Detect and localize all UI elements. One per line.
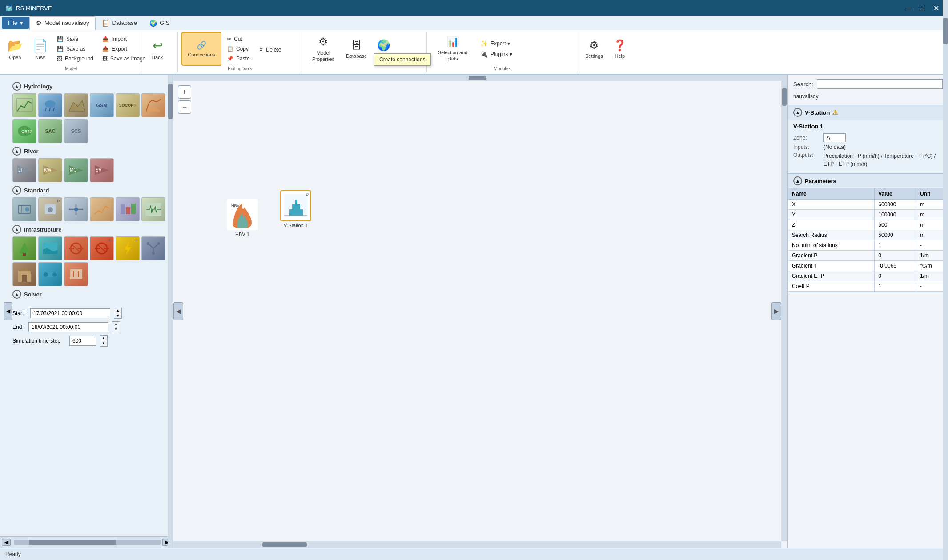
river-icon-kw[interactable]: KW — [38, 158, 62, 182]
import-button[interactable]: 📥 Import — [99, 35, 149, 44]
river-icon-lt[interactable]: LT — [12, 158, 36, 182]
file-menu-tab[interactable]: File ▾ — [2, 17, 29, 29]
canvas-area[interactable]: + − ◀ ▶ HBV HBV 1 D — [173, 75, 788, 548]
panel-hscroll[interactable] — [14, 540, 161, 545]
vstation-section-header[interactable]: ▲ V-Station ⚠ — [788, 105, 948, 120]
infra-icon-fork[interactable] — [141, 236, 165, 260]
left-panel-scrollbar[interactable] — [168, 75, 173, 548]
connections-button[interactable]: 🔗 Connections — [181, 32, 221, 66]
std-icon-2[interactable]: D — [38, 197, 62, 221]
vstation1-box[interactable]: D — [280, 190, 311, 221]
infra-icon-conveyor[interactable] — [38, 262, 62, 286]
new-button[interactable]: 📄 New — [28, 32, 52, 66]
help-button[interactable]: ❓ Help — [608, 32, 631, 66]
vstation1-element[interactable]: D V-Station 1 — [280, 190, 311, 228]
save-button[interactable]: 💾 Save — [53, 35, 97, 44]
database-tab[interactable]: 📋 Database — [96, 17, 143, 29]
parameters-toggle[interactable]: ▲ — [793, 176, 802, 185]
hydro-icon-scs[interactable]: SCS — [64, 119, 88, 143]
timestep-down-arrow[interactable]: ▼ — [100, 341, 107, 346]
timestep-spinner[interactable]: ▲ ▼ — [100, 335, 108, 346]
zoom-out-button[interactable]: − — [178, 100, 191, 114]
save-as-image-button[interactable]: 🖼 Save as image — [99, 54, 149, 63]
canvas-top-scroll[interactable] — [173, 75, 781, 81]
standard-section-header[interactable]: ▲ Standard — [12, 186, 169, 195]
std-icon-junction[interactable] — [64, 197, 88, 221]
hydro-icon-green[interactable]: GR4J — [12, 119, 36, 143]
close-button[interactable]: ✕ — [930, 2, 943, 14]
zone-input[interactable] — [823, 133, 846, 142]
infrastructure-toggle[interactable]: ▲ — [12, 225, 21, 234]
std-icon-chart[interactable] — [90, 197, 114, 221]
infra-icon-building[interactable] — [12, 262, 36, 286]
expert-button[interactable]: ✨ Expert ▾ — [477, 39, 516, 48]
infra-icon-trees[interactable] — [12, 236, 36, 260]
canvas-vscroll[interactable] — [781, 75, 787, 541]
settings-button[interactable]: ⚙ Settings — [582, 32, 607, 66]
infra-icon-valve2[interactable]: D — [90, 236, 114, 260]
export-button[interactable]: 📤 Export — [99, 44, 149, 53]
standard-toggle[interactable]: ▲ — [12, 186, 21, 195]
delete-button[interactable]: ✕ Delete — [255, 45, 285, 54]
hydro-icon-socont[interactable]: SOCONT — [116, 93, 140, 117]
start-up-arrow[interactable]: ▲ — [114, 308, 121, 313]
hydro-icon-gsm[interactable]: GSM — [90, 93, 114, 117]
std-icon-waveform[interactable] — [141, 197, 165, 221]
hydro-icon-hbv[interactable] — [141, 93, 165, 117]
hydrology-toggle[interactable]: ▲ — [12, 82, 21, 91]
right-panel-scrollbar[interactable] — [943, 75, 948, 548]
database-ribbon-button[interactable]: 🗄 Database — [342, 32, 370, 66]
solver-section-header[interactable]: ▲ Solver — [12, 290, 169, 299]
minimize-button[interactable]: ─ — [903, 2, 915, 14]
model-properties-button[interactable]: ⚙ Model Properties — [306, 32, 341, 66]
river-section-header[interactable]: ▲ River — [12, 147, 169, 156]
river-icon-mc[interactable]: MC — [64, 158, 88, 182]
hbv1-element[interactable]: HBV HBV 1 — [227, 199, 258, 237]
canvas-nav-left[interactable]: ◀ — [173, 302, 183, 320]
canvas-nav-right[interactable]: ▶ — [771, 302, 781, 320]
maximize-button[interactable]: □ — [916, 2, 928, 14]
gis-tab[interactable]: 🌍 GIS — [143, 17, 176, 29]
end-spinner[interactable]: ▲ ▼ — [112, 321, 120, 332]
end-input[interactable] — [28, 322, 108, 332]
infra-icon-gauge[interactable] — [64, 262, 88, 286]
infra-icon-valve[interactable] — [64, 236, 88, 260]
panel-scroll-left[interactable]: ◀ — [2, 539, 11, 546]
river-icon-sv[interactable]: SV — [90, 158, 114, 182]
plugins-button[interactable]: 🔌 Plugins ▾ — [477, 49, 516, 59]
infra-icon-lightning[interactable]: D — [116, 236, 140, 260]
paste-button[interactable]: 📌 Paste — [223, 54, 253, 63]
hydrology-section-header[interactable]: ▲ Hydrology — [12, 82, 169, 91]
hydro-icon-rain[interactable] — [38, 93, 62, 117]
search-input[interactable] — [817, 79, 943, 89]
selection-plots-button[interactable]: 📊 Selection and plots — [430, 32, 475, 66]
cut-button[interactable]: ✂ Cut — [223, 35, 253, 44]
parameters-section-header[interactable]: ▲ Parameters — [788, 174, 948, 188]
solver-toggle[interactable]: ▲ — [12, 290, 21, 299]
model-tab[interactable]: ⚙ Model nauvalisoy — [29, 16, 96, 30]
copy-button[interactable]: 📋 Copy — [223, 44, 253, 53]
start-spinner[interactable]: ▲ ▼ — [114, 308, 122, 319]
vstation-toggle[interactable]: ▲ — [793, 108, 802, 117]
left-nav-arrow[interactable]: ◀ — [4, 302, 12, 320]
back-button[interactable]: ↩ Back — [146, 32, 169, 66]
hbv1-box[interactable]: HBV — [227, 199, 258, 230]
infra-icon-water[interactable] — [38, 236, 62, 260]
hydro-icon-sac[interactable]: SAC — [38, 119, 62, 143]
save-as-button[interactable]: 💾 Save as — [53, 44, 97, 53]
background-button[interactable]: 🖼 Background — [53, 54, 97, 63]
canvas-hscroll[interactable] — [173, 541, 781, 548]
open-button[interactable]: 📂 Open — [4, 32, 27, 66]
sim-time-step-input[interactable] — [69, 336, 96, 346]
std-icon-1[interactable] — [12, 197, 36, 221]
end-down-arrow[interactable]: ▼ — [112, 327, 120, 332]
start-input[interactable] — [30, 308, 110, 318]
hydro-icon-terrain[interactable] — [64, 93, 88, 117]
infrastructure-section-header[interactable]: ▲ Infrastructure — [12, 225, 169, 234]
timestep-up-arrow[interactable]: ▲ — [100, 336, 107, 341]
river-toggle[interactable]: ▲ — [12, 147, 21, 156]
hydro-icon-chart[interactable] — [12, 93, 36, 117]
end-up-arrow[interactable]: ▲ — [112, 322, 120, 327]
std-icon-blocks[interactable] — [116, 197, 140, 221]
start-down-arrow[interactable]: ▼ — [114, 313, 121, 319]
